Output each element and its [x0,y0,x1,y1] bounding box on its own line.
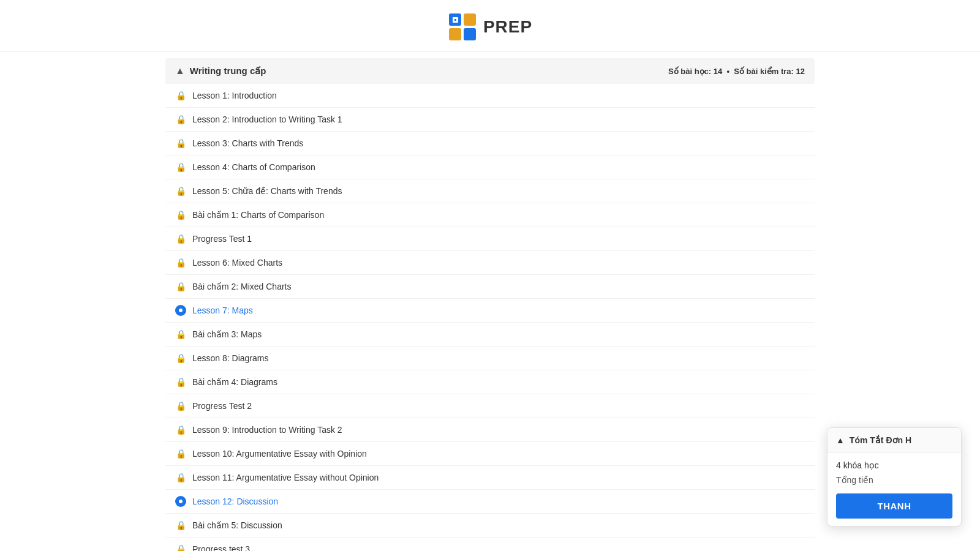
lesson-label: Lesson 12: Discussion [192,497,278,506]
lesson-item[interactable]: 🔒 Lesson 8: Diagrams [165,347,815,370]
lesson-label: Lesson 10: Argumentative Essay with Opin… [192,449,367,459]
lock-icon: 🔒 [175,233,186,244]
lock-icon: 🔒 [175,162,186,173]
lesson-label: Lesson 11: Argumentative Essay without O… [192,473,379,482]
lock-icon: 🔒 [175,90,186,101]
lock-icon: 🔒 [175,472,186,483]
lesson-label: Lesson 6: Mixed Charts [192,258,282,268]
lock-icon: 🔒 [175,448,186,459]
main-content: ▲ Writing trung cấp Số bài học: 14 • Số … [153,58,827,551]
lesson-item[interactable]: 🔒 Lesson 10: Argumentative Essay with Op… [165,442,815,466]
lock-icon: 🔒 [175,424,186,435]
section-header-left: ▲ Writing trung cấp [175,66,266,77]
section-stats: Số bài học: 14 • Số bài kiểm tra: 12 [668,67,805,76]
logo-text: PREP [483,17,532,37]
lesson-label: Lesson 7: Maps [192,305,253,315]
lesson-label: Bài chấm 5: Discussion [192,520,282,530]
section-header[interactable]: ▲ Writing trung cấp Số bài học: 14 • Số … [165,58,815,84]
lesson-label: Lesson 5: Chữa đề: Charts with Trends [192,186,342,196]
lesson-item[interactable]: 🔒 Progress Test 1 [165,227,815,251]
lesson-label: Progress Test 2 [192,401,252,411]
logo: PREP [448,12,532,42]
order-summary-body: 4 khóa học Tổng tiền THANH [827,453,961,526]
course-section: ▲ Writing trung cấp Số bài học: 14 • Số … [165,58,815,551]
svg-rect-1 [464,13,476,26]
lesson-item[interactable]: 🔒 Lesson 4: Charts of Comparison [165,156,815,179]
lesson-list: 🔒 Lesson 1: Introduction 🔒 Lesson 2: Int… [165,84,815,551]
lesson-item[interactable]: 🔒 Lesson 2: Introduction to Writing Task… [165,108,815,132]
order-summary-header[interactable]: ▲ Tóm Tắt Đơn H [827,428,961,453]
lock-icon: 🔒 [175,281,186,292]
lesson-label: Lesson 3: Charts with Trends [192,138,303,148]
lesson-label: Lesson 8: Diagrams [192,353,269,363]
lesson-item[interactable]: Lesson 7: Maps [165,299,815,323]
lesson-item[interactable]: 🔒 Bài chấm 4: Diagrams [165,370,815,394]
lock-icon: 🔒 [175,400,186,411]
lock-icon: 🔒 [175,353,186,364]
order-summary-title: Tóm Tắt Đơn H [850,435,911,445]
lock-icon: 🔒 [175,138,186,149]
svg-rect-0 [449,13,461,26]
lock-icon: 🔒 [175,209,186,220]
lesson-label: Lesson 2: Introduction to Writing Task 1 [192,114,342,124]
lesson-label: Bài chấm 2: Mixed Charts [192,282,292,291]
lesson-label: Lesson 4: Charts of Comparison [192,162,315,172]
lesson-item[interactable]: 🔒 Lesson 1: Introduction [165,84,815,108]
lock-icon: 🔒 [175,544,186,551]
svg-rect-2 [449,28,461,40]
lesson-item[interactable]: 🔒 Bài chấm 1: Charts of Comparison [165,203,815,227]
active-progress-icon [175,496,186,507]
lesson-item[interactable]: 🔒 Progress Test 2 [165,394,815,418]
lesson-label: Progress test 3 [192,544,250,551]
lock-icon: 🔒 [175,114,186,125]
total-label: Tổng tiền [836,475,952,485]
lock-icon: 🔒 [175,329,186,340]
lesson-item[interactable]: 🔒 Bài chấm 3: Maps [165,323,815,347]
lesson-item[interactable]: 🔒 Lesson 6: Mixed Charts [165,251,815,275]
lock-icon: 🔒 [175,257,186,268]
lesson-label: Bài chấm 1: Charts of Comparison [192,210,324,220]
lesson-item[interactable]: 🔒 Lesson 9: Introduction to Writing Task… [165,418,815,442]
chevron-up-icon: ▲ [836,435,845,445]
prep-logo-icon [448,12,477,42]
lesson-item[interactable]: Lesson 12: Discussion [165,490,815,514]
lesson-item[interactable]: 🔒 Progress test 3 [165,538,815,551]
course-count: 4 khóa học [836,460,952,470]
active-progress-icon [175,305,186,316]
lesson-label: Bài chấm 3: Maps [192,329,262,339]
lesson-item[interactable]: 🔒 Bài chấm 5: Discussion [165,514,815,538]
lock-icon: 🔒 [175,377,186,388]
site-header: PREP [0,0,980,52]
lock-icon: 🔒 [175,520,186,531]
svg-rect-7 [456,17,458,23]
section-title: Writing trung cấp [190,66,266,77]
lesson-label: Bài chấm 4: Diagrams [192,377,277,387]
collapse-icon: ▲ [175,66,185,77]
checkout-button[interactable]: THANH [836,493,952,519]
lesson-label: Lesson 9: Introduction to Writing Task 2 [192,425,342,435]
lesson-label: Lesson 1: Introduction [192,91,277,100]
lock-icon: 🔒 [175,186,186,197]
lesson-label: Progress Test 1 [192,234,252,244]
svg-rect-3 [464,28,476,40]
lesson-item[interactable]: 🔒 Lesson 5: Chữa đề: Charts with Trends [165,179,815,203]
lesson-item[interactable]: 🔒 Bài chấm 2: Mixed Charts [165,275,815,299]
lesson-item[interactable]: 🔒 Lesson 11: Argumentative Essay without… [165,466,815,490]
lesson-item[interactable]: 🔒 Lesson 3: Charts with Trends [165,132,815,156]
order-summary-popup: ▲ Tóm Tắt Đơn H 4 khóa học Tổng tiền THA… [827,427,962,527]
